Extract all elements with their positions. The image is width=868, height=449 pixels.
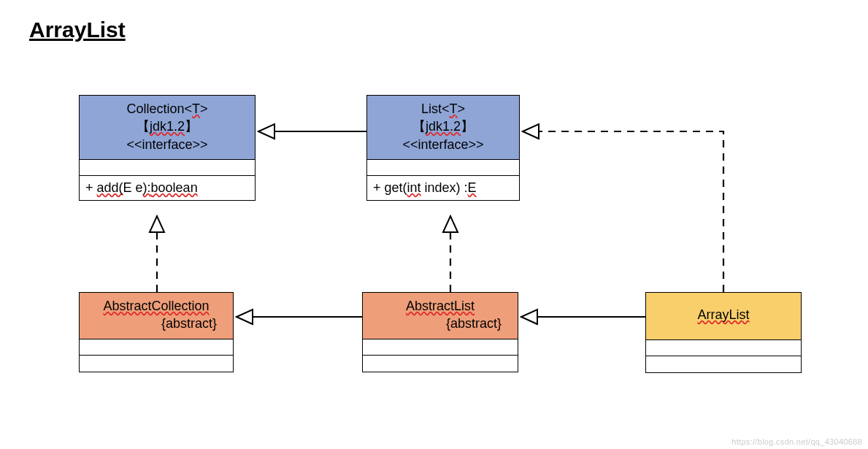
uml-attributes: [646, 340, 801, 356]
uml-header-collection: Collection<T> 【jdk1.2】 <<interface>>: [80, 96, 255, 160]
watermark: https://blog.csdn.net/qq_43040688: [731, 437, 862, 446]
class-name: AbstractCollection: [103, 299, 209, 313]
abstract-qualifier: {abstract}: [82, 315, 230, 332]
uml-box-abstract-list: AbstractList {abstract}: [362, 292, 518, 372]
jdk-version: 【jdk1.2】: [412, 119, 474, 134]
uml-methods: + get(int index) :E: [367, 176, 519, 200]
uml-header-abstract-list: AbstractList {abstract}: [363, 293, 518, 339]
jdk-version: 【jdk1.2】: [137, 119, 198, 134]
uml-header-arraylist: ArrayList: [646, 293, 801, 340]
generic-param: T: [450, 101, 458, 116]
uml-methods: [80, 356, 233, 372]
uml-attributes: [80, 160, 255, 176]
uml-methods: [363, 356, 518, 372]
uml-box-list: List<T> 【jdk1.2】 <<interface>> + get(int…: [366, 95, 520, 201]
class-name: List<T>: [421, 101, 465, 116]
uml-attributes: [363, 339, 518, 356]
uml-header-list: List<T> 【jdk1.2】 <<interface>>: [367, 96, 519, 160]
uml-methods: [646, 356, 801, 372]
uml-methods: + add(E e):boolean: [80, 176, 255, 200]
connectors-svg: [0, 0, 868, 449]
uml-header-abstract-collection: AbstractCollection {abstract}: [80, 293, 233, 339]
edge-arraylist-impl-list: [523, 131, 723, 292]
uml-attributes: [367, 160, 519, 176]
uml-box-arraylist: ArrayList: [645, 292, 802, 373]
stereotype: <<interface>>: [370, 136, 516, 153]
uml-box-collection: Collection<T> 【jdk1.2】 <<interface>> + a…: [79, 95, 256, 201]
uml-attributes: [80, 339, 233, 356]
generic-param: T: [192, 101, 200, 116]
class-name: Collection<T>: [126, 101, 207, 116]
stereotype: <<interface>>: [82, 136, 252, 153]
uml-box-abstract-collection: AbstractCollection {abstract}: [79, 292, 234, 372]
class-name: AbstractList: [406, 299, 475, 313]
class-name: ArrayList: [697, 307, 749, 322]
method-name: add(: [97, 180, 123, 195]
page-title: ArrayList: [29, 18, 126, 42]
abstract-qualifier: {abstract}: [366, 315, 515, 332]
method-arg: int: [407, 180, 421, 195]
